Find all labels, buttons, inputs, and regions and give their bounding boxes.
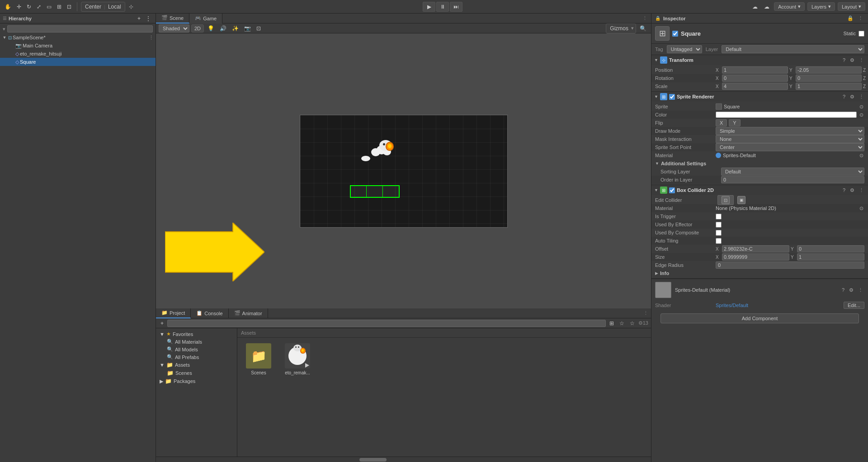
all-models-item[interactable]: 🔍 All Models (156, 345, 237, 353)
flip-y-btn[interactable]: Y (729, 119, 740, 126)
sprite-renderer-help-btn[interactable]: ? (841, 94, 847, 100)
sprite-sort-point-dropdown[interactable]: Center (716, 143, 864, 151)
sorting-layer-dropdown[interactable]: Default (721, 168, 864, 176)
edit-collider-btn[interactable]: ⊡ (717, 195, 734, 205)
mask-interaction-dropdown[interactable]: None (716, 135, 864, 143)
size-y-input[interactable] (797, 253, 864, 261)
light-btn[interactable]: 💡 (206, 24, 216, 33)
box-collider-settings-btn[interactable]: ⚙ (849, 187, 856, 193)
audio-btn[interactable]: 🔊 (218, 24, 228, 33)
search-scene-btn[interactable]: 🔍 (638, 24, 648, 33)
move-tool[interactable]: ✛ (15, 3, 23, 11)
scene-view[interactable] (156, 33, 651, 308)
color-swatch[interactable] (716, 112, 857, 118)
hierarchy-search[interactable] (7, 25, 153, 33)
sprite-select-btn[interactable]: ⊙ (859, 104, 864, 110)
project-icon-view-btn[interactable]: ⊞ (608, 319, 616, 327)
assets-section[interactable]: ▼ 📁 Assets (156, 361, 237, 369)
services-btn[interactable]: ☁ (762, 3, 771, 11)
shading-dropdown[interactable]: Shaded (159, 24, 189, 33)
tag-dropdown[interactable]: Untagged (667, 45, 702, 53)
scale-tool[interactable]: ⤢ (35, 3, 43, 11)
material-select-btn[interactable]: ⊙ (859, 153, 864, 159)
snap-btn[interactable]: ⊹ (127, 3, 135, 11)
all-prefabs-item[interactable]: 🔍 All Prefabs (156, 353, 237, 361)
account-dropdown[interactable]: Account ▾ (774, 2, 805, 11)
occlusion-btn[interactable]: ⊡ (255, 24, 263, 33)
position-x-input[interactable] (722, 66, 788, 74)
animator-tab[interactable]: 🎬 Animator (229, 308, 268, 318)
object-active-checkbox[interactable] (672, 31, 678, 37)
project-filter-btn[interactable]: ☆ (628, 319, 637, 327)
scrollbar-thumb[interactable] (359, 458, 387, 462)
collab-btn[interactable]: ☁ (750, 3, 760, 11)
offset-x-input[interactable] (722, 245, 789, 252)
hierarchy-item-square[interactable]: ◇ Square (0, 58, 156, 66)
favorites-section[interactable]: ▼ ★ Favorites (156, 330, 237, 338)
scene-tab[interactable]: 🎬 Scene (156, 14, 189, 23)
inspector-lock-btn[interactable]: 🔒 (846, 15, 855, 21)
layout-dropdown[interactable]: Layout ▾ (838, 2, 865, 11)
transform-settings-btn[interactable]: ⚙ (849, 57, 856, 63)
add-component-btn[interactable]: Add Component (660, 313, 859, 323)
transform-header[interactable]: ▼ ⊹ Transform ? ⚙ ⋮ (651, 55, 868, 65)
scene-more-btn[interactable]: ⋮ (639, 15, 651, 21)
additional-settings-header[interactable]: ▼ Additional Settings (651, 159, 868, 168)
transform-help-btn[interactable]: ? (841, 57, 847, 63)
position-y-input[interactable] (796, 66, 862, 74)
rotate-tool[interactable]: ↻ (25, 3, 33, 11)
color-select-btn[interactable]: ⊙ (859, 112, 864, 118)
hierarchy-menu-btn[interactable]: ⋮ (144, 14, 153, 23)
fx-btn[interactable]: ✨ (230, 24, 241, 33)
order-in-layer-input[interactable] (721, 176, 864, 183)
sprite-renderer-menu-btn[interactable]: ⋮ (858, 94, 865, 100)
all-materials-item[interactable]: 🔍 All Materials (156, 338, 237, 345)
sprite-renderer-header[interactable]: ▼ ⊞ Sprite Renderer ? ⚙ ⋮ (651, 92, 868, 102)
scene-cam-btn[interactable]: 📷 (242, 24, 253, 33)
hierarchy-add-btn[interactable]: + (136, 14, 142, 23)
sprite-renderer-enabled[interactable] (669, 94, 675, 100)
auto-tiling-checkbox[interactable] (716, 238, 722, 244)
hand-tool[interactable]: ✋ (3, 3, 13, 11)
sprite-renderer-settings-btn[interactable]: ⚙ (849, 94, 856, 100)
2d-btn[interactable]: 2D (191, 24, 204, 33)
game-tab[interactable]: 🎮 Game (189, 14, 222, 23)
center-btn[interactable]: Center (83, 3, 103, 11)
edge-radius-input[interactable] (716, 261, 864, 269)
shader-value[interactable]: Sprites/Default (716, 303, 842, 308)
offset-y-input[interactable] (797, 245, 864, 252)
layer-dropdown[interactable]: Default (722, 45, 864, 53)
custom-tool[interactable]: ⊡ (65, 3, 73, 11)
step-button[interactable]: ⏭ (450, 2, 462, 12)
used-by-composite-checkbox[interactable] (716, 230, 722, 236)
rotation-y-input[interactable] (796, 75, 862, 82)
horizontal-scrollbar[interactable] (156, 457, 651, 462)
project-list-view-btn[interactable]: ☆ (618, 319, 626, 327)
info-header[interactable]: ▶ Info (651, 269, 868, 277)
sheep-asset[interactable]: eto_remak... (282, 343, 313, 375)
box-collider-help-btn[interactable]: ? (841, 187, 847, 193)
box-collider-menu-btn[interactable]: ⋮ (858, 187, 865, 193)
pause-button[interactable]: ⏸ (436, 2, 449, 12)
space-btn[interactable]: Local (106, 3, 123, 11)
bc-material-select-btn[interactable]: ⊙ (859, 205, 864, 211)
static-checkbox[interactable] (859, 31, 864, 37)
console-tab[interactable]: 📋 Console (191, 308, 228, 318)
rect-tool[interactable]: ▭ (45, 3, 53, 11)
project-add-btn[interactable]: + (159, 319, 165, 327)
scale-y-input[interactable] (796, 83, 862, 90)
inspector-menu-btn[interactable]: ⋮ (857, 15, 864, 21)
gizmos-btn[interactable]: Gizmos (608, 24, 630, 33)
scene-menu[interactable]: ⋮ (149, 35, 154, 41)
is-trigger-checkbox[interactable] (716, 214, 722, 219)
scenes-asset[interactable]: 📁 Scenes (243, 343, 274, 375)
material-settings-btn[interactable]: ⚙ (848, 287, 855, 293)
scenes-item[interactable]: 📁 Scenes (156, 369, 237, 377)
draw-mode-dropdown[interactable]: Simple (716, 127, 864, 135)
used-by-effector-checkbox[interactable] (716, 222, 722, 228)
size-x-input[interactable] (722, 253, 789, 261)
flip-x-btn[interactable]: X (716, 119, 727, 126)
box-collider-header[interactable]: ▼ ⊞ Box Collider 2D ? ⚙ ⋮ (651, 185, 868, 195)
packages-section[interactable]: ▶ 📁 Packages (156, 377, 237, 385)
hierarchy-item-sheep[interactable]: ◇ eto_remake_hitsuji (0, 50, 156, 58)
